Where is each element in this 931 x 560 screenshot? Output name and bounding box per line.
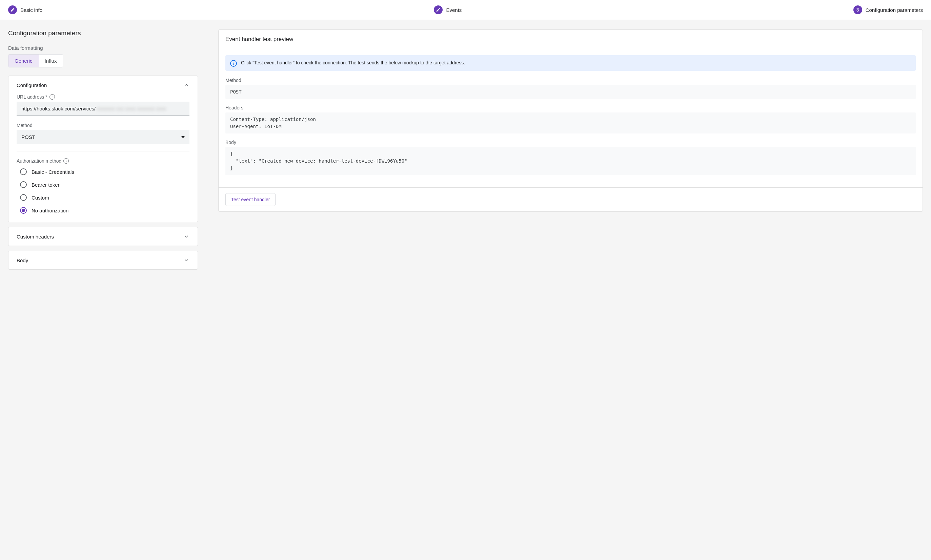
step-number-badge: 3 — [853, 5, 862, 14]
pencil-icon — [434, 5, 442, 14]
configuration-panel-header[interactable]: Configuration — [8, 76, 197, 94]
url-input[interactable]: https://hooks.slack.com/services/ xxxxxx… — [17, 102, 190, 116]
panel-title: Custom headers — [17, 234, 54, 240]
preview-body-value: { "text": "Created new device: handler-t… — [225, 147, 916, 175]
preview-method-label: Method — [225, 78, 916, 83]
page-title: Configuration parameters — [8, 29, 198, 37]
radio-icon — [20, 194, 27, 201]
custom-headers-panel-header[interactable]: Custom headers — [8, 227, 197, 246]
auth-radio-group: Basic - Credentials Bearer token Custom … — [17, 168, 190, 214]
data-formatting-toggle: Generic Influx — [8, 54, 63, 68]
radio-icon — [20, 168, 27, 175]
preview-headers-value: Content-Type: application/json User-Agen… — [225, 112, 916, 134]
url-label: URL address * i — [17, 94, 190, 100]
radio-label: Basic - Credentials — [31, 169, 74, 175]
info-banner: i Click “Test event handler” to check th… — [225, 55, 916, 71]
step-connector — [51, 10, 426, 10]
body-panel: Body — [8, 251, 198, 270]
chevron-down-icon — [183, 234, 190, 240]
radio-label: No authorization — [31, 208, 68, 214]
step-config-params[interactable]: 3 Configuration parameters — [853, 5, 923, 14]
info-icon[interactable]: i — [49, 94, 55, 100]
url-input-visible: https://hooks.slack.com/services/ — [22, 106, 96, 111]
radio-label: Bearer token — [31, 182, 61, 188]
stepper: Basic info Events 3 Configuration parame… — [0, 0, 931, 20]
radio-icon — [20, 207, 27, 214]
preview-method-value: POST — [225, 85, 916, 99]
preview-headers-label: Headers — [225, 105, 916, 111]
step-events[interactable]: Events — [434, 5, 462, 14]
format-influx-button[interactable]: Influx — [39, 55, 63, 67]
info-text: Click “Test event handler” to check the … — [241, 59, 465, 66]
radio-label: Custom — [31, 195, 49, 200]
step-basic-info[interactable]: Basic info — [8, 5, 42, 14]
test-event-handler-button[interactable]: Test event handler — [225, 193, 276, 206]
auth-radio-basic[interactable]: Basic - Credentials — [17, 168, 190, 175]
info-icon[interactable]: i — [63, 158, 69, 164]
panel-title: Configuration — [17, 82, 47, 88]
step-label: Events — [446, 7, 462, 13]
divider — [17, 151, 190, 151]
method-select[interactable]: POST — [17, 130, 190, 144]
auth-radio-custom[interactable]: Custom — [17, 194, 190, 201]
radio-icon — [20, 181, 27, 188]
url-label-text: URL address * — [17, 94, 48, 100]
chevron-up-icon — [183, 82, 190, 88]
auth-method-label: Authorization method i — [17, 158, 190, 164]
preview-title: Event handler test preview — [219, 30, 923, 49]
body-panel-header[interactable]: Body — [8, 251, 197, 269]
panel-title: Body — [17, 257, 28, 263]
step-connector — [470, 10, 845, 10]
step-label: Basic info — [20, 7, 42, 13]
preview-panel: Event handler test preview i Click “Test… — [218, 29, 923, 212]
data-formatting-label: Data formatting — [8, 45, 198, 51]
pencil-icon — [8, 5, 17, 14]
configuration-panel: Configuration URL address * i https://ho… — [8, 75, 198, 222]
info-icon: i — [230, 60, 237, 67]
preview-body-label: Body — [225, 140, 916, 145]
format-generic-button[interactable]: Generic — [8, 55, 39, 67]
step-label: Configuration parameters — [866, 7, 923, 13]
auth-method-label-text: Authorization method — [17, 158, 61, 164]
auth-radio-bearer[interactable]: Bearer token — [17, 181, 190, 188]
chevron-down-icon — [183, 257, 190, 263]
caret-down-icon — [181, 136, 185, 138]
auth-radio-none[interactable]: No authorization — [17, 207, 190, 214]
custom-headers-panel: Custom headers — [8, 227, 198, 246]
url-input-redacted: xxxxxxx xxx xxxx xxxxxxx xxxx — [97, 106, 166, 111]
method-label: Method — [17, 123, 190, 128]
